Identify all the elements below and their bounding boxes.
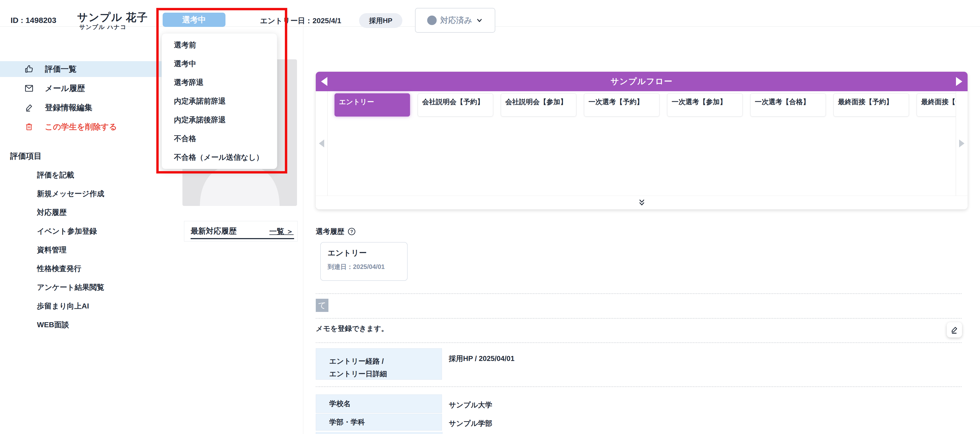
table-label-department: 学部・学科 xyxy=(316,414,442,431)
evaluation-section-title: 評価項目 xyxy=(10,151,42,162)
flow-prev-icon[interactable] xyxy=(321,77,328,86)
sidebar-item-mail-history[interactable]: メール履歴 xyxy=(0,81,174,96)
table-value-entry-route: 採用HP / 2025/04/01 xyxy=(449,354,515,363)
stage-name: エントリー xyxy=(328,248,367,258)
chevron-down-icon xyxy=(476,17,483,24)
latest-history-box: 最新対応履歴 一覧 ＞ xyxy=(184,221,298,242)
channel-badge: 採用HP xyxy=(359,13,402,28)
flow-step[interactable]: 一次選考【合格】 xyxy=(750,93,826,117)
entry-date: エントリー日：2025/4/1 xyxy=(260,16,341,26)
student-kana: サンプル ハナコ xyxy=(79,23,127,31)
status-menu-item[interactable]: 選考前 xyxy=(162,36,277,54)
sidebar-item-label: 登録情報編集 xyxy=(45,102,92,113)
status-menu-item[interactable]: 選考辞退 xyxy=(162,73,277,92)
table-label-entry-route: エントリー経路 / エントリー日詳細 xyxy=(316,348,442,380)
status-menu-item[interactable]: 不合格（メール送信なし） xyxy=(162,148,277,166)
status-dropdown-menu: 選考前 選考中 選考辞退 内定承諾前辞退 内定承諾後辞退 不合格 不合格（メール… xyxy=(162,33,277,169)
flow-steps-row: エントリー 会社説明会【予約】 会社説明会【参加】 一次選考【予約】 一次選考【… xyxy=(334,93,967,117)
pencil-icon xyxy=(24,103,34,112)
table-label-school: 学校名 xyxy=(316,394,442,413)
stage-date: 到達日：2025/04/01 xyxy=(328,263,385,271)
flow-collapse-bar[interactable] xyxy=(316,196,967,209)
status-badge[interactable]: 選考中 xyxy=(162,13,226,27)
status-menu-item[interactable]: 選考中 xyxy=(162,54,277,73)
dotted-divider xyxy=(316,386,961,387)
memo-text: メモを登録できます。 xyxy=(316,324,388,333)
edit-pencil-icon xyxy=(950,326,959,334)
student-id: ID : 1498203 xyxy=(11,16,56,25)
dotted-divider xyxy=(316,293,961,294)
carousel-prev-icon[interactable] xyxy=(319,139,324,147)
tag-badge[interactable]: て xyxy=(316,299,328,312)
flow-step[interactable]: 会社説明会【参加】 xyxy=(501,93,576,117)
status-menu-item[interactable]: 内定承諾前辞退 xyxy=(162,92,277,111)
carousel-next-icon[interactable] xyxy=(959,139,964,147)
sidebar-subitem[interactable]: 対応履歴 xyxy=(37,203,174,222)
flow-step[interactable]: 最終面接【予約】 xyxy=(834,93,909,117)
sidebar-subitem[interactable]: 性格検査発行 xyxy=(37,259,174,278)
sidebar: 評価一覧 メール履歴 登録情報編集 この学生を削除する xyxy=(0,61,174,138)
flow-body: エントリー 会社説明会【予約】 会社説明会【参加】 一次選考【予約】 一次選考【… xyxy=(316,91,967,196)
selection-history-title: 選考履歴 xyxy=(316,227,344,236)
svg-text:?: ? xyxy=(350,229,353,234)
response-status-dropdown[interactable]: 対応済み xyxy=(415,8,495,33)
flow-step[interactable]: 一次選考【予約】 xyxy=(584,93,660,117)
carousel-left-gutter[interactable] xyxy=(316,91,328,196)
dotted-divider xyxy=(316,342,961,343)
flow-step[interactable]: 会社説明会【予約】 xyxy=(418,93,493,117)
flow-step-current[interactable]: エントリー xyxy=(334,93,410,117)
flow-next-icon[interactable] xyxy=(956,77,963,86)
selection-history-card: エントリー 到達日：2025/04/01 xyxy=(320,242,407,281)
student-name: サンプル 花子 xyxy=(77,10,148,25)
sidebar-subitem[interactable]: イベント参加登録 xyxy=(37,222,174,241)
sidebar-subitem[interactable]: WEB面談 xyxy=(37,315,174,334)
status-menu-item[interactable]: 内定承諾後辞退 xyxy=(162,111,277,129)
table-label-next-partial xyxy=(316,432,442,434)
response-status-label: 対応済み xyxy=(441,15,473,26)
flow-header: サンプルフロー xyxy=(316,72,967,91)
sidebar-item-evaluation-list[interactable]: 評価一覧 xyxy=(0,61,174,77)
table-value-department: サンプル学部 xyxy=(449,419,492,428)
app-header: ID : 1498203 サンプル 花子 サンプル ハナコ エントリー日：202… xyxy=(0,0,980,27)
sidebar-item-delete-student[interactable]: この学生を削除する xyxy=(0,119,174,135)
latest-history-title: 最新対応履歴 xyxy=(191,226,237,236)
flow-panel: サンプルフロー エントリー 会社説明会【予約】 会社説明会【参加】 一次選考【予… xyxy=(316,72,967,209)
flow-step[interactable]: 一次選考【参加】 xyxy=(667,93,743,117)
memo-edit-button[interactable] xyxy=(947,322,962,337)
mail-icon xyxy=(24,84,34,93)
sidebar-subitem[interactable]: 歩留まり向上AI xyxy=(37,297,174,315)
sidebar-subitem[interactable]: 資料管理 xyxy=(37,241,174,259)
dotted-divider xyxy=(316,318,961,319)
table-value-school: サンプル大学 xyxy=(449,400,492,410)
status-dot-icon xyxy=(427,16,437,25)
selection-history-header: 選考履歴 ? xyxy=(316,227,356,236)
help-icon[interactable]: ? xyxy=(347,227,356,236)
sidebar-subitem[interactable]: 新規メッセージ作成 xyxy=(37,184,174,203)
thumbs-up-icon xyxy=(24,64,34,74)
sidebar-item-label: 評価一覧 xyxy=(45,64,76,74)
latest-history-underline xyxy=(191,238,294,239)
sidebar-subitem[interactable]: 評価を記載 xyxy=(37,166,174,184)
carousel-right-gutter[interactable] xyxy=(956,91,967,196)
sidebar-item-label: メール履歴 xyxy=(45,83,85,94)
latest-history-list-link[interactable]: 一覧 ＞ xyxy=(269,227,294,236)
trash-icon xyxy=(24,122,34,131)
double-chevron-down-icon xyxy=(637,198,647,207)
sidebar-item-label: この学生を削除する xyxy=(45,122,117,132)
flow-title: サンプルフロー xyxy=(611,76,673,87)
sidebar-item-edit-registration[interactable]: 登録情報編集 xyxy=(0,100,174,116)
table-label-line: エントリー経路 / xyxy=(329,355,442,367)
status-menu-item[interactable]: 不合格 xyxy=(162,129,277,148)
sidebar-sub-items: 評価を記載 新規メッセージ作成 対応履歴 イベント参加登録 資料管理 性格検査発… xyxy=(37,166,174,334)
table-label-line: エントリー日詳細 xyxy=(329,367,442,380)
sidebar-subitem[interactable]: アンケート結果閲覧 xyxy=(37,278,174,297)
